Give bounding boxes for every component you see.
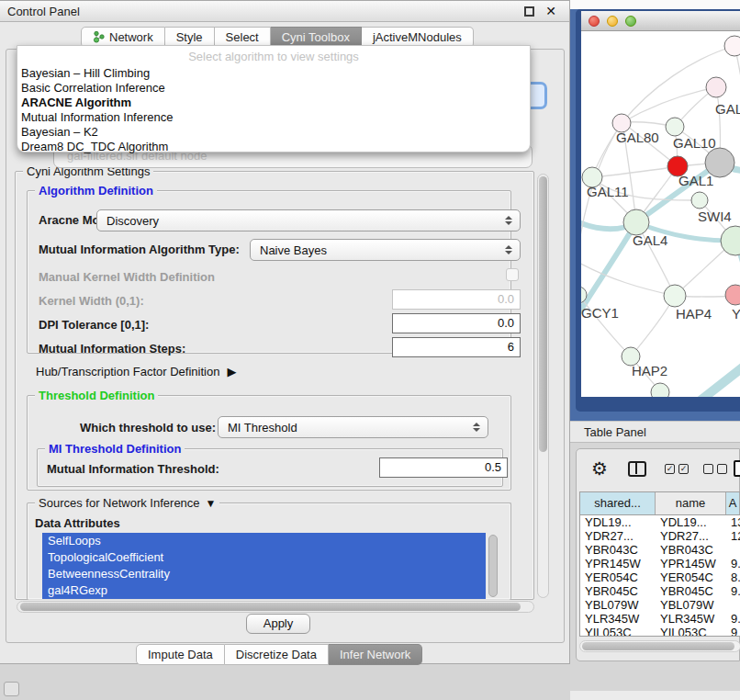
apply-button[interactable]: Apply (246, 614, 310, 634)
network-node-top-cut[interactable] (724, 36, 740, 56)
table-cell[interactable]: YPR145W (656, 557, 726, 570)
table-row[interactable]: YBR043CYBR043C (580, 543, 740, 557)
table-cell[interactable]: YDL19... (580, 515, 656, 529)
column-header-name[interactable]: name (656, 492, 726, 514)
minimize-traffic-light-icon[interactable] (607, 16, 618, 27)
table-cell[interactable]: 9. (726, 557, 740, 570)
table-row[interactable]: YER054CYER054C8. (580, 570, 740, 584)
table-cell[interactable]: YLR345W (580, 612, 656, 626)
table-row[interactable]: YBL079WYBL079W (580, 598, 740, 612)
checked-checkbox-icon[interactable]: ✓ (665, 464, 675, 474)
gear-icon[interactable]: ⚙ (591, 457, 608, 480)
close-traffic-light-icon[interactable] (589, 16, 600, 27)
checked-checkbox-icon[interactable]: ✓ (678, 464, 689, 474)
network-node-SWI4[interactable] (691, 192, 708, 209)
dpi-tolerance-input[interactable]: 0.0 (392, 313, 521, 333)
table-cell[interactable]: YIL053C (580, 626, 656, 637)
restore-panel-button[interactable] (4, 682, 19, 696)
network-edge[interactable] (592, 166, 678, 177)
table-cell[interactable] (726, 543, 740, 557)
table-row[interactable]: YIL053CYIL053C9 (580, 626, 740, 637)
attribute-item-selected[interactable]: SelfLoops (42, 533, 486, 549)
settings-horizontal-scrollbar[interactable] (17, 601, 534, 613)
network-node-gal-partial[interactable] (706, 77, 726, 97)
which-threshold-combobox[interactable]: MI Threshold (218, 416, 488, 438)
network-canvas[interactable]: GALGAL80GAL10GAL1GAL11SWI4GAL4GCY1HAP4YH… (581, 31, 740, 397)
tab-infer-network[interactable]: Infer Network (329, 644, 422, 665)
dropdown-item-selected[interactable]: ARACNE Algorithm (17, 96, 530, 110)
hub-tf-definition-toggle[interactable]: Hub/Transcription Factor Definition▶ (36, 365, 236, 378)
zoom-traffic-light-icon[interactable] (625, 16, 636, 27)
cyni-bottom-tabs: Impute Data Discretize Data Infer Networ… (136, 644, 422, 665)
scrollbar-thumb[interactable] (582, 642, 734, 650)
network-node-GAL4[interactable] (623, 209, 649, 235)
dropdown-item[interactable]: Bayesian – Hill Climbing (17, 66, 530, 81)
tab-impute-data[interactable]: Impute Data (136, 644, 225, 665)
table-horizontal-scrollbar[interactable] (579, 640, 740, 652)
table-panel-title: Table Panel (584, 425, 646, 439)
network-node-bottom-cut[interactable] (651, 383, 669, 397)
unchecked-checkbox-icon[interactable] (717, 464, 727, 474)
attribute-item-selected[interactable]: gal4RGexp (42, 582, 486, 599)
table-cell[interactable]: YPR145W (580, 557, 656, 570)
table-cell[interactable]: YIL053C (656, 626, 726, 637)
table-cell[interactable] (726, 598, 740, 612)
dropdown-item[interactable]: Bayesian – K2 (17, 125, 530, 140)
attribute-item-selected[interactable]: BetweennessCentrality (42, 566, 486, 582)
list-scrollbar[interactable] (488, 535, 498, 597)
mi-threshold-input[interactable]: 0.5 (379, 457, 508, 478)
unchecked-checkbox-icon[interactable] (703, 464, 713, 474)
dropdown-item[interactable]: Basic Correlation Inference (17, 81, 530, 96)
scrollbar-thumb[interactable] (539, 176, 547, 452)
table-panel: Table Panel ⚙ ✓ ✓ shared... name A YDL19… (570, 421, 740, 700)
table-cell[interactable]: 13 (726, 515, 740, 529)
settings-vertical-scrollbar[interactable] (537, 174, 549, 598)
float-window-icon[interactable] (524, 6, 534, 17)
dropdown-item[interactable]: Dream8 DC_TDC Algorithm (17, 140, 530, 154)
document-icon[interactable] (734, 460, 740, 477)
network-node-salmon-right[interactable] (725, 285, 740, 305)
expanded-arrow-icon[interactable]: ▼ (206, 497, 217, 510)
table-cell[interactable]: YBL079W (580, 598, 656, 612)
table-cell[interactable]: 8. (726, 570, 740, 584)
table-cell[interactable]: YDL19... (656, 515, 726, 529)
table-row[interactable]: YPR145WYPR145W9. (580, 557, 740, 570)
kernel-width-input[interactable]: 0.0 (392, 289, 521, 310)
network-window-frame[interactable]: GALGAL80GAL10GAL1GAL11SWI4GAL4GCY1HAP4YH… (576, 9, 740, 412)
network-node-GAL10[interactable] (666, 118, 684, 136)
table-cell[interactable]: YER054C (580, 570, 656, 584)
table-row[interactable]: YBR045CYBR045C9. (580, 584, 740, 598)
dropdown-item[interactable]: Mutual Information Inference (17, 110, 530, 125)
table-cell[interactable]: YDR27... (580, 529, 656, 543)
manual-kernel-width-checkbox[interactable] (506, 268, 519, 281)
table-cell[interactable]: 12 (726, 529, 740, 543)
close-icon[interactable]: ✕ (545, 5, 556, 17)
attribute-item-selected[interactable]: TopologicalCoefficient (42, 549, 486, 566)
table-cell[interactable]: YBR045C (656, 584, 726, 598)
mi-steps-input[interactable]: 6 (392, 337, 521, 357)
network-edge[interactable] (622, 87, 716, 122)
table-cell[interactable]: YBR043C (656, 543, 726, 557)
table-row[interactable]: YDR27...YDR27...12 (580, 529, 740, 543)
network-window-titlebar[interactable] (581, 11, 740, 31)
table-row[interactable]: YLR345WYLR345W9. (580, 612, 740, 626)
network-edge[interactable] (701, 363, 740, 397)
table-cell[interactable]: YLR345W (656, 612, 726, 626)
table-cell[interactable]: 9. (726, 612, 740, 626)
column-header-shared-name[interactable]: shared... (580, 492, 656, 514)
scrollbar-thumb[interactable] (20, 603, 521, 611)
table-row[interactable]: YDL19...YDL19...13 (580, 515, 740, 529)
table-cell[interactable]: YBR045C (580, 584, 656, 598)
split-columns-icon[interactable] (628, 461, 646, 477)
column-header-cut[interactable]: A (726, 492, 740, 514)
table-cell[interactable]: YBL079W (656, 598, 726, 612)
mi-algorithm-type-combobox[interactable]: Naive Bayes (250, 239, 521, 261)
table-cell[interactable]: 9. (726, 584, 740, 598)
table-cell[interactable]: YER054C (656, 570, 726, 584)
aracne-mode-combobox[interactable]: Discovery (96, 209, 521, 231)
table-cell[interactable]: 9 (726, 626, 740, 637)
table-cell[interactable]: YDR27... (656, 529, 726, 543)
table-cell[interactable]: YBR043C (580, 543, 656, 557)
network-node-HAP4[interactable] (664, 285, 686, 307)
tab-discretize-data[interactable]: Discretize Data (225, 644, 329, 665)
